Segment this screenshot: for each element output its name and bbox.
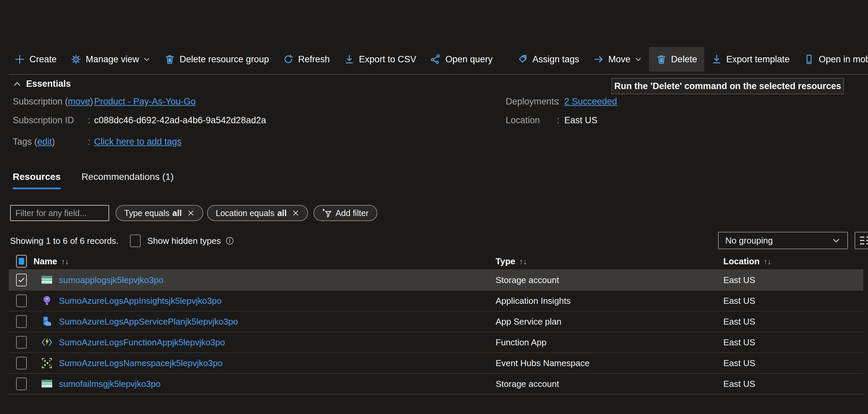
resource-link[interactable]: SumoAzureLogsFunctionAppjk5lepvjko3po	[59, 337, 225, 348]
open-in-mobile-button[interactable]: Open in mobile	[797, 47, 868, 72]
resource-type: Function App	[496, 337, 547, 348]
tags-icon	[517, 54, 528, 65]
table-row[interactable]: sumofailmsgjk5lepvjko3po Storage account…	[9, 374, 863, 394]
column-header-location[interactable]: Location↑↓	[723, 256, 771, 267]
row-checkbox[interactable]	[16, 315, 27, 328]
tags-label-close: )	[52, 137, 55, 147]
tab-recommendations[interactable]: Recommendations (1)	[82, 172, 174, 189]
show-hidden-types-label: Show hidden types	[147, 236, 221, 246]
query-graph-icon	[430, 54, 441, 65]
open-in-mobile-label: Open in mobile	[819, 54, 868, 65]
resource-type: Storage account	[496, 275, 559, 285]
subscription-label-close: )	[90, 96, 93, 107]
resource-type: Event Hubs Namespace	[496, 358, 589, 368]
delete-button[interactable]: Delete	[649, 47, 704, 72]
location-value: East US	[564, 115, 597, 126]
type-filter-pill[interactable]: Type equalsall	[116, 205, 203, 221]
table-row[interactable]: SumoAzureLogsNamespacejk5lepvjko3po Even…	[9, 353, 863, 374]
table-row[interactable]: SumoAzureLogsFunctionAppjk5lepvjko3po Fu…	[9, 332, 863, 353]
table-row[interactable]: SumoAzureLogsAppServicePlanjk5lepvjko3po…	[9, 312, 863, 332]
tags-edit-link[interactable]: edit	[37, 137, 52, 147]
location-filter-pill[interactable]: Location equalsall	[207, 205, 308, 221]
filter-input[interactable]	[10, 205, 109, 221]
resource-link[interactable]: SumoAzureLogsNamespacejk5lepvjko3po	[59, 358, 223, 368]
storage-account-icon	[41, 378, 53, 390]
subscription-id-value: c088dc46-d692-42ad-a4b6-9a542d28ad2a	[94, 115, 266, 126]
sort-arrows-icon: ↑↓	[61, 257, 69, 266]
close-icon[interactable]	[187, 209, 194, 217]
close-icon[interactable]	[292, 209, 299, 217]
resource-link[interactable]: SumoAzureLogsAppServicePlanjk5lepvjko3po	[59, 317, 238, 327]
tab-resources[interactable]: Resources	[13, 172, 61, 189]
resource-location: East US	[723, 337, 755, 348]
delete-resource-group-label: Delete resource group	[180, 54, 269, 65]
subscription-row: Subscription (move) : Product - Pay-As-Y…	[13, 96, 482, 108]
add-tags-link[interactable]: Click here to add tags	[94, 137, 182, 147]
location-label: Location	[506, 115, 540, 125]
records-bar: Showing 1 to 6 of 6 records. Show hidden…	[10, 234, 234, 247]
resource-location: East US	[723, 317, 755, 327]
essentials-header[interactable]: Essentials	[13, 79, 71, 89]
manage-view-label: Manage view	[86, 54, 139, 65]
refresh-button[interactable]: Refresh	[276, 47, 337, 72]
resource-link[interactable]: sumoapplogsjk5lepvjko3po	[59, 275, 163, 285]
row-checkbox[interactable]	[16, 378, 27, 390]
add-filter-icon	[322, 208, 332, 218]
colon: :	[88, 96, 90, 107]
export-template-button[interactable]: Export template	[704, 47, 797, 72]
plus-icon	[14, 54, 25, 65]
move-button[interactable]: Move	[586, 47, 649, 72]
create-button[interactable]: Create	[7, 47, 64, 72]
list-view-button[interactable]	[855, 232, 868, 249]
select-all-checkbox[interactable]	[16, 255, 27, 268]
subscription-move-link[interactable]: move	[68, 96, 90, 107]
add-filter-label: Add filter	[336, 208, 369, 218]
chevron-down-icon	[832, 236, 841, 245]
subscription-id-label: Subscription ID	[13, 115, 74, 125]
row-checkbox-checked[interactable]	[16, 274, 27, 286]
manage-view-button[interactable]: Manage view	[64, 47, 157, 72]
column-header-name[interactable]: Name↑↓	[33, 256, 69, 267]
trash-icon	[164, 54, 175, 65]
export-template-label: Export template	[726, 54, 789, 65]
storage-account-icon	[41, 274, 53, 286]
chevron-up-icon	[13, 80, 22, 88]
show-hidden-types-checkbox[interactable]	[130, 234, 141, 247]
resource-link[interactable]: SumoAzureLogsAppInsightsjk5lepvjko3po	[59, 296, 222, 306]
row-checkbox[interactable]	[16, 336, 27, 349]
resource-link[interactable]: sumofailmsgjk5lepvjko3po	[59, 379, 160, 389]
assign-tags-button[interactable]: Assign tags	[510, 47, 586, 72]
resource-location: East US	[723, 379, 755, 389]
row-checkbox[interactable]	[16, 294, 27, 307]
column-header-type[interactable]: Type↑↓	[496, 256, 527, 267]
arrow-right-icon	[593, 54, 604, 65]
table-row[interactable]: SumoAzureLogsAppInsightsjk5lepvjko3po Ap…	[9, 291, 863, 312]
application-insights-icon	[41, 295, 53, 307]
create-label: Create	[29, 54, 57, 65]
indeterminate-mark	[19, 258, 24, 265]
open-query-button[interactable]: Open query	[423, 47, 500, 72]
type-filter-value: all	[173, 208, 182, 218]
resource-type: App Service plan	[496, 317, 562, 327]
subscription-value-link[interactable]: Product - Pay-As-You-Go	[94, 96, 196, 107]
delete-resource-group-button[interactable]: Delete resource group	[157, 47, 276, 72]
deployments-value-link[interactable]: 2 Succeeded	[564, 96, 617, 107]
open-query-label: Open query	[445, 54, 493, 65]
grouping-value: No grouping	[725, 235, 773, 246]
chevron-down-icon	[143, 56, 150, 63]
row-checkbox[interactable]	[16, 357, 27, 369]
tags-row: Tags (edit) : Click here to add tags	[13, 137, 482, 148]
resource-type: Application Insights	[496, 296, 570, 306]
table-row[interactable]: sumoapplogsjk5lepvjko3po Storage account…	[9, 270, 863, 291]
location-filter-value: all	[277, 208, 287, 218]
deployments-label: Deployments	[506, 96, 559, 107]
resource-type: Storage account	[496, 379, 559, 389]
grouping-dropdown[interactable]: No grouping	[718, 232, 848, 249]
app-service-plan-icon	[41, 316, 53, 328]
subscription-label: Subscription (	[13, 96, 68, 107]
sort-arrows-icon: ↑↓	[764, 257, 771, 266]
info-icon[interactable]	[225, 236, 234, 245]
export-to-csv-button[interactable]: Export to CSV	[337, 47, 423, 72]
export-to-csv-label: Export to CSV	[359, 54, 416, 65]
add-filter-button[interactable]: Add filter	[313, 205, 377, 221]
